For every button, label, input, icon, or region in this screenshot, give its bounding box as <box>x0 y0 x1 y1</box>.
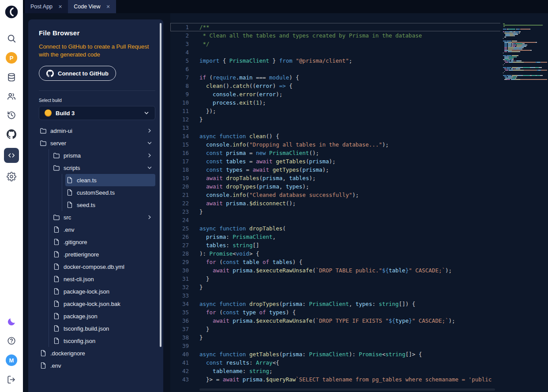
tree-item-customSeed.ts[interactable]: customSeed.ts <box>39 186 155 199</box>
tab-post-app[interactable]: Post App✕ <box>25 0 68 13</box>
indent-guide <box>39 174 52 186</box>
tree-item-package.json[interactable]: package.json <box>39 310 155 322</box>
code-text: if (require.main === module) { <box>199 73 299 82</box>
file-icon <box>66 189 73 196</box>
line-number: 4 <box>170 48 189 57</box>
file-icon <box>66 177 73 184</box>
tree-item-src[interactable]: src <box>39 211 155 223</box>
indent-guide <box>39 236 52 248</box>
code-line: 23} <box>170 207 548 216</box>
file-browser-scrollbar[interactable] <box>160 23 161 347</box>
app-logo-icon[interactable] <box>5 5 18 19</box>
tree-item-label: .gitignore <box>64 239 87 245</box>
tree-item-label: customSeed.ts <box>77 189 115 196</box>
code-text: console.info("Dropping all tables in the… <box>199 140 389 149</box>
code-text: }); <box>199 107 216 115</box>
settings-icon[interactable] <box>6 171 17 182</box>
code-text: } <box>199 207 203 216</box>
indent-guide <box>39 223 52 236</box>
tree-item-package-lock.json[interactable]: package-lock.json <box>39 285 155 298</box>
entities-icon[interactable] <box>6 72 17 83</box>
line-number: 33 <box>170 291 189 300</box>
github-icon[interactable] <box>6 129 17 139</box>
workspace-avatar[interactable]: P <box>6 52 17 64</box>
build-select[interactable]: Build 3 <box>39 106 155 120</box>
code-view-icon[interactable] <box>4 148 19 163</box>
code-line: 34async function dropTypes(prisma: Prism… <box>170 300 548 308</box>
editor-horizontal-scrollbar[interactable] <box>199 388 495 391</box>
nav-rail: P M <box>0 0 23 392</box>
tree-item-.env[interactable]: .env <box>39 223 155 236</box>
tree-item-docker-compose.db.yml[interactable]: docker-compose.db.yml <box>39 260 155 273</box>
tree-item-package-lock.json.bak[interactable]: package-lock.json.bak <box>39 298 155 310</box>
line-number: 16 <box>170 149 189 157</box>
tree-item-.env[interactable]: .env <box>39 359 155 372</box>
tab-code-view[interactable]: Code View✕ <box>68 0 116 13</box>
help-icon[interactable] <box>6 335 17 346</box>
code-text: } <box>199 325 210 333</box>
code-text: */ <box>199 40 210 48</box>
code-line: 30 await prisma.$executeRawUnsafe(`DROP … <box>170 266 548 275</box>
file-icon <box>53 238 60 245</box>
file-icon <box>40 350 47 357</box>
app-root: P M Post App✕Code View <box>0 0 548 392</box>
indent-guide <box>39 298 52 310</box>
search-icon[interactable] <box>6 33 17 44</box>
roles-icon[interactable] <box>6 91 17 102</box>
code-text: } <box>199 333 203 342</box>
tree-item-admin-ui[interactable]: admin-ui <box>39 124 155 137</box>
code-line: 14async function clean() { <box>170 132 548 140</box>
connect-github-button[interactable]: Connect to GitHub <box>39 66 116 81</box>
tree-item-.prettierignore[interactable]: .prettierignore <box>39 248 155 260</box>
tree-item-seed.ts[interactable]: seed.ts <box>39 199 155 211</box>
file-icon <box>53 251 60 258</box>
tree-item-.dockerignore[interactable]: .dockerignore <box>39 347 155 359</box>
line-number: 21 <box>170 191 189 199</box>
line-number: 11 <box>170 107 189 115</box>
code-line: 40async function getTables(prisma: Prism… <box>170 350 548 358</box>
code-text: console.info("Cleaned database successfu… <box>199 191 359 199</box>
build-select-value: Build 3 <box>56 110 75 117</box>
code-line: 39 <box>170 342 548 350</box>
tree-item-label: src <box>64 214 71 221</box>
tree-item-tsconfig.build.json[interactable]: tsconfig.build.json <box>39 322 155 335</box>
code-text: await dropTypes(prisma, types); <box>199 182 309 191</box>
line-number: 27 <box>170 241 189 249</box>
line-number: 9 <box>170 90 189 98</box>
tree-item-tsconfig.json[interactable]: tsconfig.json <box>39 335 155 347</box>
indent-guide <box>52 199 65 211</box>
tree-item-server[interactable]: server <box>39 137 155 149</box>
logout-icon[interactable] <box>6 374 17 385</box>
tree-item-prisma[interactable]: prisma <box>39 149 155 162</box>
line-number: 30 <box>170 266 189 275</box>
line-number: 12 <box>170 115 189 124</box>
code-editor[interactable]: 1/**2 * Clean all the tables and types c… <box>170 13 548 392</box>
tree-item-.gitignore[interactable]: .gitignore <box>39 236 155 248</box>
chevron-down-icon <box>146 165 153 171</box>
code-text: const results: Array<{ <box>199 358 279 367</box>
tab-bar: Post App✕Code View✕ <box>23 0 548 13</box>
indent-guide <box>39 285 52 298</box>
file-tree: admin-uiserverprismascriptsclean.tscusto… <box>39 124 155 372</box>
tree-item-label: tsconfig.build.json <box>64 325 109 332</box>
tree-item-nest-cli.json[interactable]: nest-cli.json <box>39 273 155 285</box>
tree-item-label: prisma <box>64 152 81 159</box>
tree-item-clean.ts[interactable]: clean.ts <box>39 174 155 186</box>
file-browser-wrap: File Browser Connect to GitHub to create… <box>23 13 170 392</box>
minimap[interactable] <box>500 22 548 392</box>
code-line: 41 const results: Array<{ <box>170 358 548 367</box>
line-number: 15 <box>170 140 189 149</box>
tree-item-label: package-lock.json.bak <box>64 301 120 307</box>
code-line: 11 }); <box>170 107 548 115</box>
indent-guide <box>39 199 52 211</box>
dark-mode-moon-icon[interactable] <box>6 317 17 327</box>
chevron-right-icon <box>146 128 153 134</box>
line-number: 20 <box>170 182 189 191</box>
close-tab-icon[interactable]: ✕ <box>106 4 110 10</box>
tree-item-scripts[interactable]: scripts <box>39 162 155 174</box>
user-avatar[interactable]: M <box>6 354 17 366</box>
code-text: const prisma = new PrismaClient(); <box>199 149 319 157</box>
close-tab-icon[interactable]: ✕ <box>58 4 62 10</box>
indent-guide <box>39 186 52 199</box>
history-icon[interactable] <box>6 110 17 121</box>
